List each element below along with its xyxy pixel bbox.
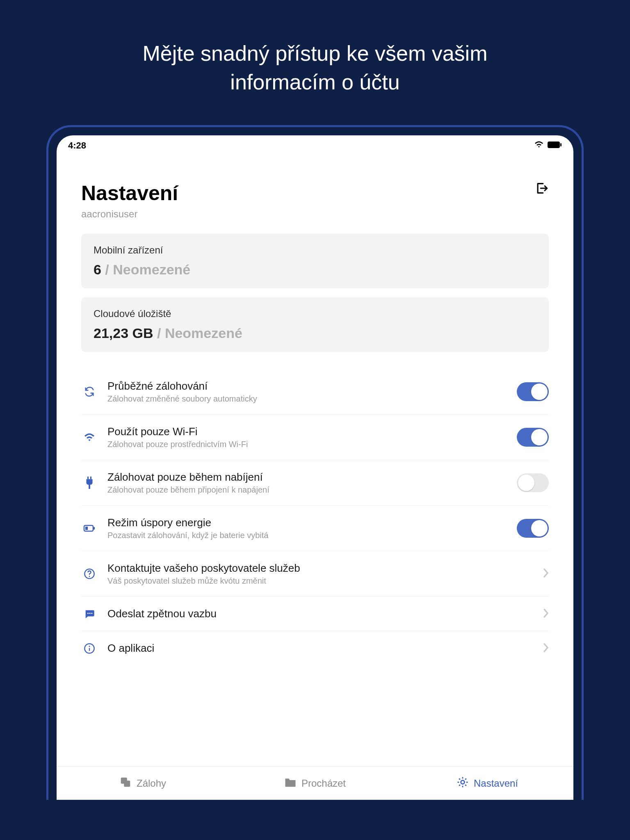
charging-only-toggle[interactable] (517, 473, 549, 492)
plug-icon (81, 477, 98, 489)
wifi-icon (81, 432, 98, 442)
setting-subtitle: Zálohovat pouze prostřednictvím Wi-Fi (107, 440, 507, 449)
svg-rect-3 (90, 477, 91, 479)
setting-subtitle: Zálohovat změněné soubory automaticky (107, 394, 507, 404)
setting-power-save: Režim úspory energie Pozastavit zálohová… (81, 505, 549, 551)
setting-title: Zálohovat pouze během nabíjení (107, 471, 507, 484)
tab-label: Procházet (301, 778, 346, 789)
svg-point-11 (89, 613, 91, 614)
tab-backups[interactable]: Zálohy (57, 776, 229, 791)
svg-rect-7 (85, 527, 88, 530)
chevron-right-icon (543, 568, 549, 580)
continuous-backup-toggle[interactable] (517, 382, 549, 401)
info-icon (81, 643, 98, 654)
logout-button[interactable] (535, 181, 549, 195)
svg-rect-17 (124, 781, 130, 787)
power-save-toggle[interactable] (517, 519, 549, 538)
battery-icon (81, 524, 98, 532)
storage-label: Cloudové úložiště (94, 308, 536, 320)
tab-label: Nastavení (474, 778, 518, 789)
chevron-right-icon (543, 608, 549, 620)
folder-icon (284, 777, 297, 790)
tab-settings[interactable]: Nastavení (401, 776, 573, 791)
devices-value: 6 / Neomezené (94, 262, 536, 278)
setting-continuous-backup: Průběžné zálohování Zálohovat změněné so… (81, 369, 549, 414)
device-frame: 4:28 Nastavení aacronisuser (46, 125, 584, 800)
chat-icon (81, 608, 98, 620)
wifi-only-toggle[interactable] (517, 428, 549, 447)
setting-title: Režim úspory energie (107, 516, 507, 529)
devices-label: Mobilní zařízení (94, 244, 536, 256)
setting-subtitle: Pozastavit zálohování, když je baterie v… (107, 531, 507, 540)
battery-status-icon (547, 140, 562, 151)
setting-title: Průběžné zálohování (107, 380, 507, 393)
status-time: 4:28 (68, 140, 86, 151)
status-bar: 4:28 (57, 135, 573, 153)
backups-icon (119, 776, 132, 791)
svg-rect-4 (89, 485, 90, 489)
setting-about[interactable]: O aplikaci (81, 631, 549, 665)
devices-card: Mobilní zařízení 6 / Neomezené (81, 234, 549, 288)
promo-headline: Mějte snadný přístup ke všem vašim infor… (143, 39, 488, 96)
setting-title: Použít pouze Wi-Fi (107, 425, 507, 438)
svg-point-18 (461, 781, 465, 784)
svg-rect-6 (94, 527, 95, 530)
svg-point-10 (87, 613, 89, 614)
setting-contact-provider[interactable]: Kontaktujte vašeho poskytovatele služeb … (81, 551, 549, 596)
svg-rect-2 (87, 477, 89, 479)
wifi-status-icon (534, 140, 544, 151)
tab-bar: Zálohy Procházet Nastavení (57, 766, 573, 800)
sync-icon (81, 386, 98, 397)
page-title: Nastavení (81, 181, 178, 205)
setting-subtitle: Váš poskytovatel služeb může kvótu změni… (107, 576, 533, 586)
setting-wifi-only: Použít pouze Wi-Fi Zálohovat pouze prost… (81, 414, 549, 460)
svg-rect-0 (548, 142, 560, 148)
tab-browse[interactable]: Procházet (229, 777, 401, 790)
svg-rect-1 (560, 143, 562, 146)
settings-list: Průběžné zálohování Zálohovat změněné so… (81, 369, 549, 665)
svg-point-12 (91, 613, 92, 614)
setting-charging-only: Zálohovat pouze během nabíjení Zálohovat… (81, 460, 549, 505)
setting-title: O aplikaci (107, 642, 533, 655)
setting-title: Odeslat zpětnou vazbu (107, 607, 533, 620)
storage-value: 21,23 GB / Neomezené (94, 325, 536, 341)
help-icon (81, 568, 98, 580)
tab-label: Zálohy (137, 778, 166, 789)
svg-point-15 (89, 646, 90, 647)
username-label: aacronisuser (81, 208, 178, 220)
chevron-right-icon (543, 643, 549, 654)
storage-card: Cloudové úložiště 21,23 GB / Neomezené (81, 297, 549, 352)
device-screen: 4:28 Nastavení aacronisuser (57, 135, 573, 800)
setting-subtitle: Zálohovat pouze během připojení k napáje… (107, 485, 507, 495)
svg-point-9 (89, 576, 90, 577)
setting-feedback[interactable]: Odeslat zpětnou vazbu (81, 596, 549, 631)
setting-title: Kontaktujte vašeho poskytovatele služeb (107, 562, 533, 575)
gear-icon (457, 776, 469, 791)
